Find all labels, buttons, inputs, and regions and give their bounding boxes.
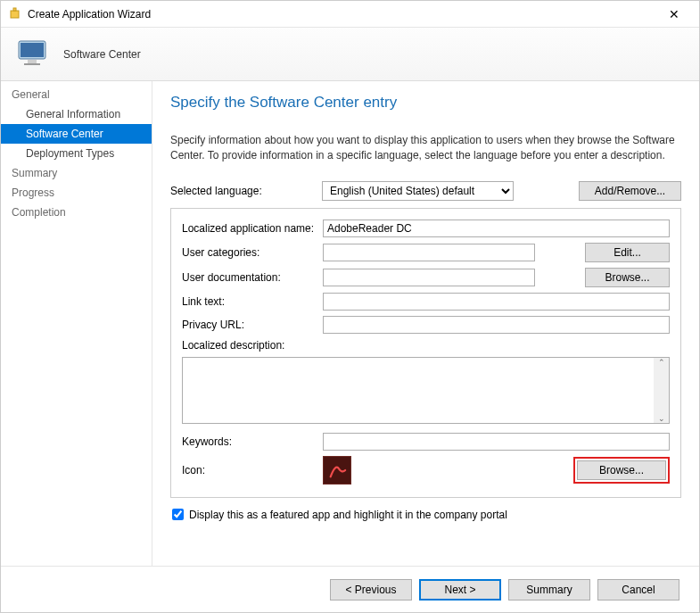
instructions-text: Specify information about how you want t… <box>170 133 681 163</box>
window-title: Create Application Wizard <box>28 8 656 21</box>
svg-rect-0 <box>11 11 19 18</box>
sidebar-completion[interactable]: Completion <box>1 203 152 222</box>
sidebar-summary[interactable]: Summary <box>1 163 152 183</box>
page-title: Specify the Software Center entry <box>170 94 681 112</box>
description-label: Localized description: <box>182 339 323 352</box>
monitor-icon <box>15 36 53 73</box>
icon-label: Icon: <box>182 464 323 476</box>
sidebar-deployment-types[interactable]: Deployment Types <box>1 144 152 163</box>
app-icon <box>8 7 22 21</box>
sidebar-general[interactable]: General <box>1 85 152 104</box>
user-categories-input[interactable] <box>323 244 535 261</box>
icon-browse-highlight: Browse... <box>573 457 670 484</box>
scroll-down-icon[interactable]: ⌄ <box>658 414 665 423</box>
sidebar-general-information[interactable]: General Information <box>1 104 152 124</box>
previous-button[interactable]: < Previous <box>330 579 412 601</box>
description-area: ⌃ ⌄ <box>182 357 670 424</box>
svg-rect-5 <box>24 63 40 65</box>
cancel-button[interactable]: Cancel <box>597 579 679 601</box>
link-text-label: Link text: <box>182 295 323 308</box>
add-remove-button[interactable]: Add/Remove... <box>579 181 681 201</box>
svg-rect-3 <box>21 43 44 57</box>
content-pane: Specify the Software Center entry Specif… <box>152 81 699 566</box>
user-doc-input[interactable] <box>323 269 535 286</box>
featured-label[interactable]: Display this as a featured app and highl… <box>189 509 507 521</box>
edit-button[interactable]: Edit... <box>585 243 670 262</box>
user-doc-browse-button[interactable]: Browse... <box>585 268 670 287</box>
icon-browse-button[interactable]: Browse... <box>577 460 666 480</box>
featured-row: Display this as a featured app and highl… <box>170 503 681 526</box>
link-text-input[interactable] <box>323 293 670 311</box>
scroll-up-icon[interactable]: ⌃ <box>658 358 665 367</box>
wizard-window: Create Application Wizard ✕ Software Cen… <box>0 0 700 613</box>
selected-language-select[interactable]: English (United States) default <box>322 181 514 201</box>
keywords-input[interactable] <box>323 433 670 451</box>
sidebar-progress[interactable]: Progress <box>1 183 152 203</box>
user-categories-label: User categories: <box>182 246 323 259</box>
adobe-reader-icon <box>323 456 351 485</box>
form-fieldset: Localized application name: User categor… <box>170 208 681 498</box>
svg-rect-4 <box>28 60 37 63</box>
header-label: Software Center <box>63 48 141 61</box>
app-name-label: Localized application name: <box>182 222 323 235</box>
next-button[interactable]: Next > <box>419 579 501 601</box>
app-name-input[interactable] <box>323 220 670 237</box>
description-textarea[interactable] <box>183 358 653 423</box>
scrollbar[interactable]: ⌃ ⌄ <box>654 358 669 423</box>
user-doc-label: User documentation: <box>182 271 323 284</box>
selected-language-label: Selected language: <box>170 185 322 197</box>
summary-button[interactable]: Summary <box>508 579 590 601</box>
svg-rect-1 <box>13 8 16 11</box>
titlebar: Create Application Wizard ✕ <box>1 1 699 28</box>
privacy-url-input[interactable] <box>323 316 670 334</box>
footer: < Previous Next > Summary Cancel <box>1 566 699 612</box>
sidebar: General General Information Software Cen… <box>1 81 152 566</box>
close-button[interactable]: ✕ <box>656 7 692 21</box>
privacy-url-label: Privacy URL: <box>182 319 323 331</box>
wizard-header: Software Center <box>1 28 699 81</box>
keywords-label: Keywords: <box>182 435 323 448</box>
featured-checkbox[interactable] <box>172 509 184 520</box>
sidebar-software-center[interactable]: Software Center <box>1 124 152 144</box>
